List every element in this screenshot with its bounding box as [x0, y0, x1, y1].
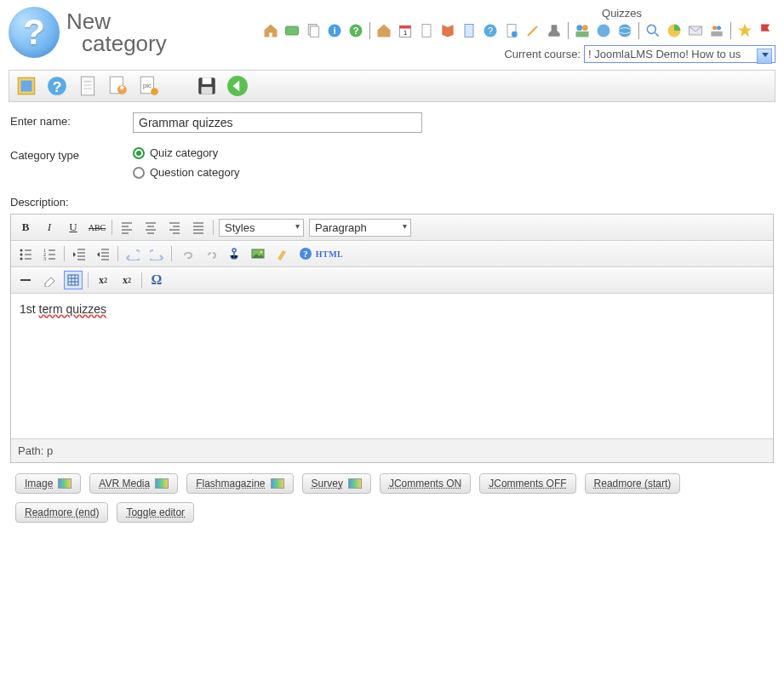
jcomments-on-button[interactable]: JComments ON: [380, 473, 471, 494]
superscript-button[interactable]: x2: [117, 271, 136, 289]
calendar-icon[interactable]: 1: [396, 21, 415, 40]
italic-button[interactable]: I: [40, 218, 59, 237]
svg-point-16: [576, 25, 582, 31]
html-button[interactable]: HTML: [320, 244, 339, 263]
course-select[interactable]: ! JoomlaLMS Demo! How to us: [584, 45, 775, 63]
toggle-editor-button[interactable]: Toggle editor: [117, 502, 194, 523]
svg-rect-41: [202, 87, 213, 94]
svg-point-17: [582, 25, 588, 31]
new-icon[interactable]: [14, 74, 38, 98]
radio-quiz-category[interactable]: Quiz category: [133, 146, 240, 159]
svg-point-44: [20, 254, 23, 256]
image-button[interactable]: [249, 244, 267, 263]
users-icon[interactable]: [573, 21, 592, 40]
editor-path: Path: p: [11, 438, 773, 462]
stamp-icon[interactable]: [545, 21, 564, 40]
align-center-button[interactable]: [141, 218, 160, 237]
house-icon[interactable]: [375, 21, 393, 40]
radio-icon: [133, 167, 145, 179]
avr-media-button[interactable]: AVR Media: [89, 473, 178, 494]
star-icon[interactable]: [735, 21, 754, 40]
undo-button[interactable]: [123, 244, 142, 263]
help-icon[interactable]: ?: [346, 21, 365, 40]
mail-icon[interactable]: [686, 21, 705, 40]
pic-icon[interactable]: pic: [137, 74, 161, 98]
pencil-icon[interactable]: [524, 21, 542, 40]
align-left-button[interactable]: [117, 218, 136, 237]
subscript-button[interactable]: x2: [94, 271, 112, 289]
doc-action-icon[interactable]: [76, 74, 100, 98]
insert-image-button[interactable]: Image: [15, 473, 81, 494]
hr-button[interactable]: [16, 271, 35, 289]
globe-users-icon[interactable]: [594, 21, 613, 40]
svg-rect-29: [21, 81, 32, 92]
copy-icon[interactable]: [304, 21, 323, 40]
svg-text:?: ?: [303, 249, 308, 259]
bold-button[interactable]: B: [16, 218, 35, 237]
current-course-label: Current course:: [504, 48, 581, 60]
ul-button[interactable]: [16, 244, 35, 263]
name-label: Enter name:: [10, 112, 112, 128]
info-icon[interactable]: i: [325, 21, 344, 40]
link-button[interactable]: [177, 244, 196, 263]
save-icon[interactable]: [195, 74, 219, 98]
people-icon[interactable]: [707, 21, 726, 40]
underline-button[interactable]: U: [64, 218, 83, 237]
back-icon[interactable]: [226, 74, 249, 98]
flashmagazine-button[interactable]: Flashmagazine: [186, 473, 293, 494]
survey-button[interactable]: Survey: [302, 473, 371, 494]
action-toolbar: ? pic: [9, 70, 775, 102]
editor-content[interactable]: 1st term quizzes: [11, 294, 773, 438]
svg-text:1: 1: [403, 29, 407, 37]
main-nav-icons: i ? 1 ?: [187, 21, 775, 40]
separator: [568, 22, 569, 39]
book-icon[interactable]: [438, 21, 457, 40]
align-right-button[interactable]: [165, 218, 184, 237]
jcomments-off-button[interactable]: JComments OFF: [479, 473, 575, 494]
format-select[interactable]: Paragraph: [309, 219, 411, 237]
anchor-button[interactable]: [225, 244, 243, 263]
unlink-button[interactable]: [201, 244, 220, 263]
globe-help-icon[interactable]: ?: [481, 21, 500, 40]
cleanup-button[interactable]: [272, 244, 291, 263]
svg-point-22: [647, 25, 655, 33]
readmore-start-button[interactable]: Readmore (start): [585, 473, 681, 494]
indent-button[interactable]: [94, 244, 112, 263]
svg-point-49: [232, 249, 236, 252]
svg-rect-10: [422, 25, 431, 37]
separator: [730, 22, 731, 39]
pie-icon[interactable]: [665, 21, 684, 40]
strike-button[interactable]: ABC: [88, 218, 106, 237]
ol-button[interactable]: 123: [40, 244, 59, 263]
page-icon[interactable]: [460, 21, 478, 40]
eraser-button[interactable]: [40, 271, 59, 289]
table-button[interactable]: [64, 271, 83, 289]
svg-rect-32: [81, 77, 94, 95]
svg-text:3: 3: [43, 256, 46, 260]
svg-rect-11: [465, 25, 473, 37]
help-editor-button[interactable]: ?: [296, 244, 315, 263]
omega-button[interactable]: Ω: [147, 271, 166, 289]
type-label: Category type: [10, 146, 112, 162]
chevron-down-icon: [762, 53, 769, 57]
card-icon[interactable]: [283, 21, 301, 40]
search-icon[interactable]: [644, 21, 662, 40]
home-icon[interactable]: [261, 21, 280, 40]
doc-icon[interactable]: [417, 21, 436, 40]
name-input[interactable]: [133, 112, 422, 133]
flag-icon[interactable]: [757, 21, 775, 40]
radio-question-category[interactable]: Question category: [133, 166, 240, 179]
svg-point-51: [260, 251, 263, 254]
doc2-icon[interactable]: [502, 21, 521, 40]
help-action-icon[interactable]: ?: [45, 74, 69, 98]
svg-text:?: ?: [53, 78, 62, 95]
redo-button[interactable]: [147, 244, 166, 263]
align-justify-button[interactable]: [189, 218, 208, 237]
svg-text:?: ?: [488, 26, 493, 36]
world-icon[interactable]: [615, 21, 634, 40]
swatch-icon: [348, 478, 362, 489]
styles-select[interactable]: Styles: [219, 219, 304, 237]
outdent-button[interactable]: [70, 244, 89, 263]
user-doc-icon[interactable]: [106, 74, 130, 98]
readmore-end-button[interactable]: Readmore (end): [15, 502, 108, 523]
